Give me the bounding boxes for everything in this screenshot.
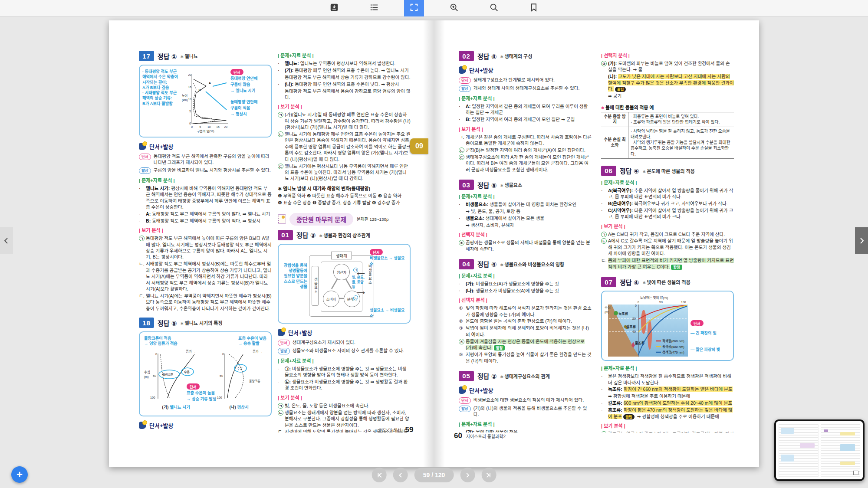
svg-text:증가 →: 증가 → xyxy=(253,350,263,354)
topic-label: 생물과 환경의 상호관계 xyxy=(319,232,370,239)
chevron-right-icon xyxy=(464,472,471,478)
section-02-header: 02 정답 ④ 생태계의 구성 xyxy=(459,51,592,61)
text-line: ㄷ.몸의 부피에 대한 표면적의 비가 커지면 열 방출량이 커지므로 표면적의… xyxy=(601,257,734,270)
toc-button[interactable] xyxy=(364,0,384,16)
figure-clue-note: 단서 표층 수온이 높음→ 상승 기류 발생 xyxy=(187,383,228,402)
page-thumbnail-preview[interactable] xyxy=(774,419,865,481)
analysis-header: | 문제+자료 분석 | xyxy=(601,365,734,372)
svg-text:도달하는 빛의 양(%): 도달하는 빛의 양(%) xyxy=(640,295,668,300)
idea-line: 발상개체와 생태계 사이의 생태계구성요소를 추론할 수 있다. xyxy=(459,85,592,92)
biotic-box: 생물요소 xyxy=(312,266,319,306)
figure-note-left: 광합성을 통해생명활동에필요한 양분을스스로 만드는생물 xyxy=(281,263,307,289)
svg-text:0: 0 xyxy=(155,353,157,356)
text-line: ·A: 일정한 지역에서 같은 종의 개체들이 모여 무리를 이루어 생활하는 … xyxy=(459,103,592,116)
left-page-footer: 정답 및 해설 59 xyxy=(379,426,413,434)
left-page-column-1: 17 정답 ① 엘니뇨 · 동태평양 적도 부근 해역에서 수온 약층이 시작되… xyxy=(139,49,272,432)
note-line: 사막의 낙타는 땀을 잘 흘리지 않고, 농도가 진한 오줌을 내려보낸다. xyxy=(631,128,732,140)
text-line: ②온도에 영향을 받는 곡식의 춘화 현상으로 (가)의 예이다. xyxy=(459,318,592,324)
thumbnail-left-page xyxy=(779,424,819,477)
answer-label: 정답 ③ xyxy=(296,230,316,239)
clue-line: 단서동태평양 해역의 플랑크톤 양과 수온의 변화 그래프가 제시되어 있다. xyxy=(139,432,272,432)
cloud-chart: 20 15 10 5 0 높이 (km) 0 5 10 15 20 구름의 양(… xyxy=(181,69,230,134)
svg-text:플랑크톤: 플랑크톤 xyxy=(162,373,174,376)
section-01-analysis: | 문제+자료 분석 |·㉠: 비생물요소가 생물요소에 영향을 주는 것 ➡ … xyxy=(278,358,411,432)
analysis-header: | 보기 분석 | xyxy=(139,227,272,234)
clue-line: 단서생태계구성요소가 제시되어 있다. xyxy=(278,339,411,346)
hint-header: 단서+발상 xyxy=(139,142,272,151)
page-indicator[interactable]: 59 / 120 xyxy=(414,468,454,482)
download-icon xyxy=(329,3,339,14)
section-03-analysis: | 문제+자료 분석 |·비생물요소: 생물들이 살아가는 데 영향을 미치는 … xyxy=(459,193,592,252)
thumbnail-expand-icon xyxy=(853,471,858,475)
toolbar xyxy=(0,0,868,16)
topic-label: 빛에 따른 생물의 적응 xyxy=(642,278,690,285)
search-button[interactable] xyxy=(484,0,504,16)
svg-text:0: 0 xyxy=(635,304,637,307)
analysis-header: | 문제+자료 분석 | xyxy=(278,358,411,364)
idea-line: 발상생물요소와 비생물요소 사이의 상호 관계를 추론할 수 있다. xyxy=(278,347,411,354)
text-line: ➡ 생산자, 소비자, 분해자 xyxy=(459,222,592,228)
svg-text:수온: 수온 xyxy=(237,367,243,370)
svg-text:청색광(470 nm): 청색광(470 nm) xyxy=(662,350,684,354)
prev-page-button[interactable] xyxy=(393,468,408,482)
chapter-tab[interactable]: 09 xyxy=(410,138,428,154)
topic-label: 엘니뇨 시기의 특징 xyxy=(180,319,222,326)
list-icon xyxy=(369,3,379,14)
next-page-edge-button[interactable] xyxy=(855,227,868,254)
idea-line: 발상구름의 양을 비교하여 엘니뇨 시기와 평상시를 추론할 수 있다. xyxy=(139,167,272,174)
topic-label: 생물요소와 비생물요소의 영향 xyxy=(500,261,564,268)
text-line: ③낙엽이 쌓여 분해자에 의해 분해되어 토양이 비옥해지는 것은 (나)의 예… xyxy=(459,325,592,337)
svg-text:구름의 양(%): 구름의 양(%) xyxy=(197,129,214,133)
text-line: ㄱ갈조류는 엽록소와 갈조소가 있는 조류이다. 갈조류에는 미역, 다시마가 … xyxy=(601,431,734,432)
text-line: ㄱA는 C보다 귀가 작고, 몸집이 크므로 C보다 추운 지역에 산다. xyxy=(601,231,734,237)
svg-text:50: 50 xyxy=(659,301,663,304)
analysis-header: | 선택지 분석 | xyxy=(601,52,734,59)
text-line: ·B: 일정한 지역에서 여러 종의 개체군이 모인 집단 ➡ 군집 xyxy=(459,116,592,122)
svg-text:100: 100 xyxy=(681,301,686,304)
right-page-footer: 60 자이스토리 통합과학2 xyxy=(454,432,506,440)
note-line: 생명활동에 xyxy=(281,268,307,273)
figure-callout-bottom: 생물요소 → 비생물요소 xyxy=(370,307,407,318)
note-line: 표층 수온이 낮음 xyxy=(238,336,266,341)
note-line: 광합성을 통해 xyxy=(281,263,307,268)
next-page-button[interactable] xyxy=(460,468,475,482)
analysis-header: | 문제+자료 분석 | xyxy=(139,177,272,184)
analysis-header: | 보기 분석 | xyxy=(278,104,411,110)
svg-text:(km): (km) xyxy=(182,98,188,102)
prev-page-edge-button[interactable] xyxy=(0,227,13,254)
text-line: ㄷ.엘니뇨 시기(A)에는 무역풍이 약해지면서 따뜻한 해수가 평상시(B)보… xyxy=(139,293,272,311)
analysis-header: | 문제+자료 분석 | xyxy=(459,421,592,428)
last-page-button[interactable] xyxy=(481,468,496,482)
note-line: 동태평양 연안에 xyxy=(230,75,268,81)
text-line: ➡ 광합성에 적색광을 주로 이용하기 때문에 xyxy=(601,393,734,399)
add-button[interactable]: + xyxy=(11,466,28,483)
text-line: ·(나): 생물요소가 비생물요소(A)에 영향을 주는 것 xyxy=(459,288,592,294)
bookmark-button[interactable] xyxy=(524,0,544,16)
note-line: 생물 xyxy=(281,284,307,289)
section-06-header: 06 정답 ④ 온도에 따른 생물의 적응 xyxy=(601,166,734,176)
figure-note-right: 단서 — 긴 파장의 빛 — 짧은 파장의 빛 xyxy=(690,295,728,357)
note-line: 파충류는 몸 표면이 비늘로 덮여 있다. xyxy=(631,114,732,119)
svg-text:황색광(600 nm): 황색광(600 nm) xyxy=(662,344,684,349)
note-line: 스스로 만드는 xyxy=(281,279,307,284)
text-line: ㄴA에서 C로 갈수록 더운 지역에 살기 때문에 열 방출량을 높이기 위해 … xyxy=(601,238,734,256)
svg-text:0: 0 xyxy=(189,122,191,125)
note-line: · 서태평양 적도 부근 xyxy=(142,90,181,95)
figure-ecosystem-diagram: 광합성을 통해생명활동에필요한 양분을스스로 만드는생물 생태계 생물요소 생산… xyxy=(278,244,411,324)
text-line: ·㉠: 비생물요소가 생물요소에 영향을 주는 것 ➡ 생물요소는 비생물요소의… xyxy=(278,366,411,378)
abiotic-label: 비생물요소 xyxy=(367,264,372,285)
first-page-button[interactable] xyxy=(372,468,387,482)
svg-text:50: 50 xyxy=(153,374,156,377)
section-05-header: 05 정답 ② 생태계구성요소의 관계 xyxy=(459,371,592,381)
zoom-button[interactable] xyxy=(444,0,464,16)
clue-badge: 단서 xyxy=(187,383,200,390)
hint-header: 단서+발상 xyxy=(139,421,272,429)
note-line: 조류와 파충류의 알은 단단한 껍데기로 싸여 있다. xyxy=(631,119,732,125)
download-button[interactable] xyxy=(324,0,344,16)
right-page-column-2: | 선택지 분석 |②(가): 도마뱀의 피부는 비늘로 덮여 있어 건조한 환… xyxy=(601,49,734,432)
right-page-column-1: 02 정답 ④ 생태계의 구성 단서+발상 단서생태계구성요소가 단계별로 제시… xyxy=(459,49,592,432)
analysis-header: | 선택지 분석 | xyxy=(459,297,592,304)
fullscreen-button[interactable] xyxy=(404,0,424,16)
note-line: 시작되는 깊이: xyxy=(142,80,181,85)
svg-text:20: 20 xyxy=(632,317,636,320)
